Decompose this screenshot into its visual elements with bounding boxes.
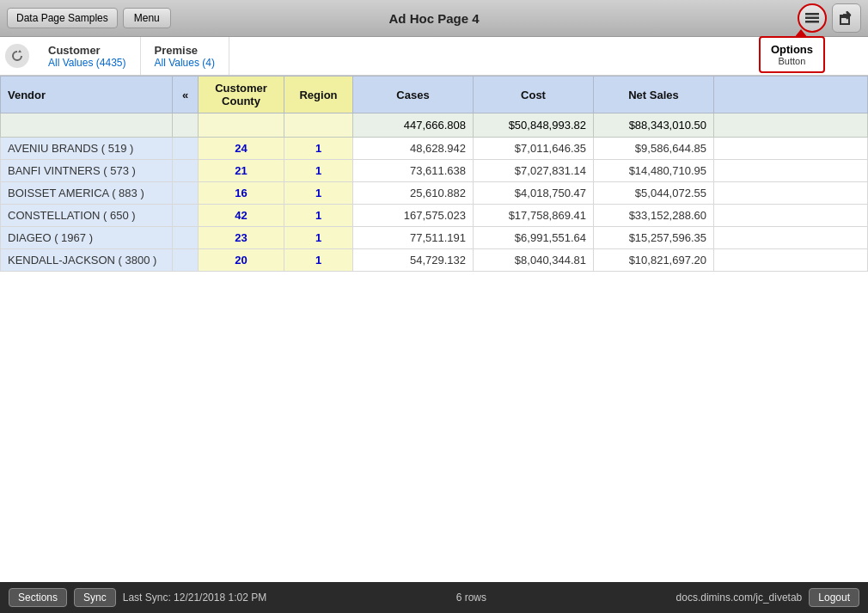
filter-reset-button[interactable]: [5, 44, 29, 68]
table-row[interactable]: KENDALL-JACKSON ( 3800 ) 20 1 54,729.132…: [1, 249, 868, 272]
extra-cell: [714, 249, 868, 272]
totals-chevron: [173, 113, 199, 138]
region-cell: 1: [284, 249, 353, 272]
extra-cell: [714, 138, 868, 160]
chevron-header[interactable]: «: [173, 77, 199, 113]
vendor-cell: CONSTELLATION ( 650 ): [1, 205, 173, 227]
tooltip-arrow: [794, 29, 808, 38]
cases-cell: 73,611.638: [353, 160, 474, 182]
totals-region: [284, 113, 353, 138]
table-row[interactable]: BANFI VINTNERS ( 573 ) 21 1 73,611.638 $…: [1, 160, 868, 182]
extra-cell: [714, 160, 868, 182]
share-icon: [840, 11, 853, 25]
cost-cell: $6,991,551.64: [474, 227, 594, 249]
url-text: docs.dimins.com/jc_divetab: [676, 592, 803, 604]
totals-cc: [199, 113, 284, 138]
vendor-header: Vendor: [1, 77, 173, 113]
netsales-cell: $5,044,072.55: [594, 182, 714, 205]
netsales-cell: $15,257,596.35: [594, 227, 714, 249]
table-row[interactable]: AVENIU BRANDS ( 519 ) 24 1 48,628.942 $7…: [1, 138, 868, 160]
chevron-cell: [173, 249, 199, 272]
extra-header: [714, 77, 868, 113]
customer-filter-label: Customer: [48, 44, 126, 57]
cost-cell: $7,011,646.35: [474, 138, 594, 160]
cc-cell: 24: [199, 138, 284, 160]
options-button[interactable]: [798, 3, 827, 33]
netsales-header: Net Sales: [594, 77, 714, 113]
extra-cell: [714, 182, 868, 205]
table-row[interactable]: CONSTELLATION ( 650 ) 42 1 167,575.023 $…: [1, 205, 868, 227]
cases-cell: 48,628.942: [353, 138, 474, 160]
netsales-cell: $9,586,644.85: [594, 138, 714, 160]
vendor-cell: BANFI VINTNERS ( 573 ): [1, 160, 173, 182]
page-title: Ad Hoc Page 4: [388, 11, 479, 26]
region-cell: 1: [284, 205, 353, 227]
chevron-cell: [173, 205, 199, 227]
cost-cell: $4,018,750.47: [474, 182, 594, 205]
svg-rect-0: [805, 13, 819, 15]
extra-cell: [714, 227, 868, 249]
tooltip-title: Options: [771, 43, 813, 56]
cases-cell: 77,511.191: [353, 227, 474, 249]
totals-vendor: [1, 113, 173, 138]
region-cell: 1: [284, 138, 353, 160]
cases-cell: 167,575.023: [353, 205, 474, 227]
cost-cell: $7,027,831.14: [474, 160, 594, 182]
cost-header: Cost: [474, 77, 594, 113]
region-cell: 1: [284, 182, 353, 205]
cc-cell: 21: [199, 160, 284, 182]
extra-cell: [714, 205, 868, 227]
sections-button[interactable]: Sections: [9, 588, 67, 607]
hamburger-icon: [805, 12, 819, 24]
last-sync-text: Last Sync: 12/21/2018 1:02 PM: [123, 592, 266, 604]
bottom-bar: Sections Sync Last Sync: 12/21/2018 1:02…: [0, 582, 868, 613]
totals-row: 447,666.808 $50,848,993.82 $88,343,010.5…: [1, 113, 868, 138]
cc-cell: 23: [199, 227, 284, 249]
data-page-samples-button[interactable]: Data Page Samples: [7, 8, 118, 28]
region-header: Region: [284, 77, 353, 113]
svg-rect-1: [805, 17, 819, 20]
vendor-cell: DIAGEO ( 1967 ): [1, 227, 173, 249]
filter-row: Customer All Values (4435) Premise All V…: [0, 37, 868, 76]
netsales-cell: $14,480,710.95: [594, 160, 714, 182]
top-bar: Data Page Samples Menu Ad Hoc Page 4: [0, 0, 868, 37]
chevron-cell: [173, 227, 199, 249]
cc-cell: 42: [199, 205, 284, 227]
chevron-cell: [173, 160, 199, 182]
table-row[interactable]: BOISSET AMERICA ( 883 ) 16 1 25,610.882 …: [1, 182, 868, 205]
customer-county-header: Customer County: [199, 77, 284, 113]
reset-icon: [11, 50, 23, 62]
sync-button[interactable]: Sync: [74, 588, 116, 607]
chevron-cell: [173, 138, 199, 160]
data-table: Vendor « Customer County Region Cases Co…: [0, 76, 868, 272]
cases-cell: 25,610.882: [353, 182, 474, 205]
totals-cases: 447,666.808: [353, 113, 474, 138]
share-button[interactable]: [832, 3, 861, 33]
customer-filter[interactable]: Customer All Values (4435): [34, 37, 141, 75]
logout-button[interactable]: Logout: [809, 588, 859, 607]
vendor-cell: BOISSET AMERICA ( 883 ): [1, 182, 173, 205]
totals-extra: [714, 113, 868, 138]
vendor-cell: AVENIU BRANDS ( 519 ): [1, 138, 173, 160]
customer-filter-value: All Values (4435): [48, 57, 126, 69]
cost-cell: $17,758,869.41: [474, 205, 594, 227]
totals-netsales: $88,343,010.50: [594, 113, 714, 138]
premise-filter-label: Premise: [155, 44, 215, 57]
cost-cell: $8,040,344.81: [474, 249, 594, 272]
cases-cell: 54,729.132: [353, 249, 474, 272]
premise-filter-value: All Values (4): [155, 57, 215, 69]
cc-cell: 20: [199, 249, 284, 272]
table-row[interactable]: DIAGEO ( 1967 ) 23 1 77,511.191 $6,991,5…: [1, 227, 868, 249]
netsales-cell: $10,821,697.20: [594, 249, 714, 272]
svg-rect-2: [805, 21, 819, 23]
cc-cell: 16: [199, 182, 284, 205]
row-count: 6 rows: [456, 592, 486, 604]
table-area: Vendor « Customer County Region Cases Co…: [0, 76, 868, 582]
totals-cost: $50,848,993.82: [474, 113, 594, 138]
menu-button[interactable]: Menu: [123, 8, 171, 28]
region-cell: 1: [284, 160, 353, 182]
tooltip-subtitle: Button: [771, 56, 813, 66]
premise-filter[interactable]: Premise All Values (4): [141, 37, 229, 75]
vendor-cell: KENDALL-JACKSON ( 3800 ): [1, 249, 173, 272]
chevron-cell: [173, 182, 199, 205]
